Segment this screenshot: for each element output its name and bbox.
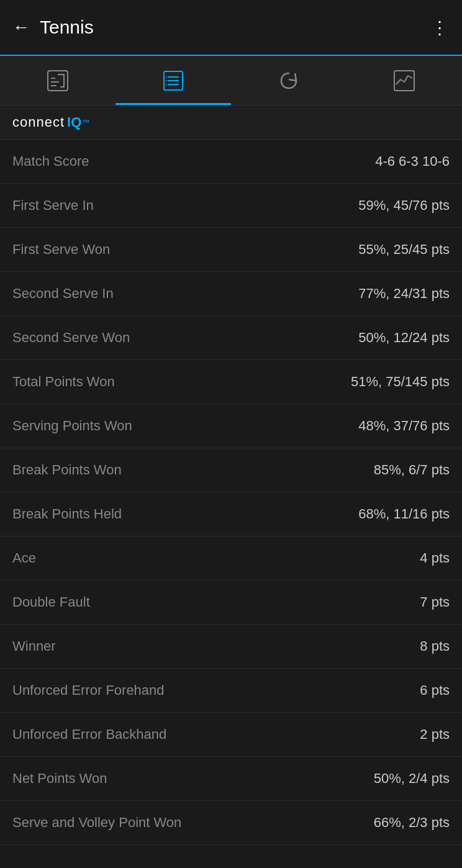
tab-activity[interactable]	[0, 56, 116, 105]
stat-value: 50%, 2/4 pts	[374, 771, 450, 787]
stat-label: Unforced Error Backhand	[12, 726, 420, 743]
connect-text: connect	[12, 114, 65, 130]
list-icon	[161, 68, 186, 93]
stat-label: Break Points Held	[12, 506, 358, 522]
stat-label: Second Serve In	[12, 286, 358, 302]
iq-trademark: ™	[82, 118, 89, 127]
stat-row: Serving Points Won48%, 37/76 pts	[0, 404, 462, 448]
header: ← Tennis ⋮	[0, 0, 462, 56]
stat-label: Double Fault	[12, 594, 420, 610]
activity-icon	[45, 68, 70, 93]
stat-value: 2 pts	[420, 726, 450, 743]
stat-value: 85%, 6/7 pts	[374, 462, 450, 478]
stat-value: 59%, 45/76 pts	[358, 197, 450, 214]
svg-rect-12	[394, 71, 414, 91]
stat-label: Total Points Won	[12, 374, 351, 390]
stat-label: Match Score	[12, 153, 375, 170]
stat-row: First Serve In59%, 45/76 pts	[0, 184, 462, 228]
stat-row: Ace4 pts	[0, 536, 462, 581]
iq-text: IQ	[67, 114, 81, 130]
stat-value: 48%, 37/76 pts	[358, 418, 450, 434]
tab-replay[interactable]	[231, 56, 346, 105]
stat-label: Serving Points Won	[12, 418, 358, 434]
stat-value: 4 pts	[420, 550, 450, 566]
tab-list[interactable]	[116, 56, 231, 105]
svg-rect-0	[48, 71, 68, 91]
menu-button[interactable]: ⋮	[431, 17, 450, 38]
stat-label: Winner	[12, 638, 420, 654]
stat-label: Break Points Won	[12, 462, 374, 478]
connect-iq-logo: connect IQ ™	[12, 114, 450, 130]
tab-chart[interactable]	[346, 56, 462, 105]
stat-row: Second Serve Won50%, 12/24 pts	[0, 316, 462, 360]
stat-label: Ace	[12, 550, 420, 566]
stats-list: Match Score4-6 6-3 10-6First Serve In59%…	[0, 140, 462, 845]
chart-icon	[392, 68, 417, 93]
header-left: ← Tennis	[12, 17, 94, 38]
stat-value: 68%, 11/16 pts	[358, 506, 450, 522]
stat-label: First Serve In	[12, 197, 358, 214]
stat-value: 7 pts	[420, 594, 450, 610]
stat-value: 77%, 24/31 pts	[358, 286, 450, 302]
stat-row: Second Serve In77%, 24/31 pts	[0, 272, 462, 316]
stat-value: 4-6 6-3 10-6	[375, 153, 450, 170]
stat-label: Serve and Volley Point Won	[12, 815, 374, 831]
stat-value: 50%, 12/24 pts	[358, 330, 450, 346]
stat-label: First Serve Won	[12, 242, 358, 258]
replay-icon	[276, 68, 301, 93]
stat-row: Break Points Held68%, 11/16 pts	[0, 492, 462, 536]
stat-label: Second Serve Won	[12, 330, 358, 346]
stat-value: 66%, 2/3 pts	[374, 815, 450, 831]
stat-row: Unforced Error Backhand2 pts	[0, 713, 462, 757]
stat-value: 55%, 25/45 pts	[358, 242, 450, 258]
stat-value: 51%, 75/145 pts	[351, 374, 450, 390]
stat-label: Unforced Error Forehand	[12, 682, 420, 698]
page-title: Tennis	[40, 17, 94, 38]
stat-row: Net Points Won50%, 2/4 pts	[0, 757, 462, 801]
stat-row: Unforced Error Forehand6 pts	[0, 669, 462, 713]
back-button[interactable]: ←	[12, 17, 30, 37]
tab-bar	[0, 56, 462, 106]
stat-row: Match Score4-6 6-3 10-6	[0, 140, 462, 184]
stat-value: 6 pts	[420, 682, 450, 698]
stat-label: Net Points Won	[12, 771, 374, 787]
stat-row: Serve and Volley Point Won66%, 2/3 pts	[0, 801, 462, 845]
stat-value: 8 pts	[420, 638, 450, 654]
stat-row: Total Points Won51%, 75/145 pts	[0, 360, 462, 404]
connect-iq-banner: connect IQ ™	[0, 106, 462, 140]
stat-row: Winner8 pts	[0, 625, 462, 669]
stat-row: First Serve Won55%, 25/45 pts	[0, 228, 462, 272]
stat-row: Break Points Won85%, 6/7 pts	[0, 448, 462, 492]
stat-row: Double Fault7 pts	[0, 581, 462, 625]
